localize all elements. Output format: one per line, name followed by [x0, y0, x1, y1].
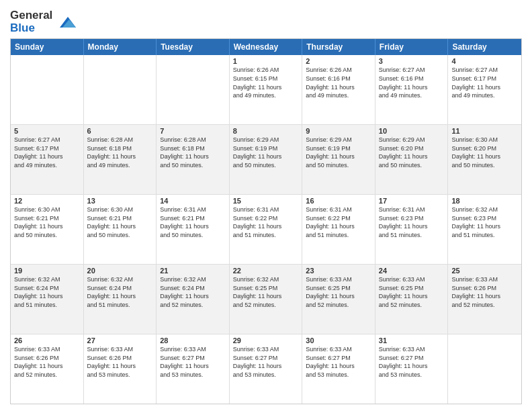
day-info: Sunrise: 6:31 AM Sunset: 6:21 PM Dayligh… [160, 205, 226, 239]
day-info: Sunrise: 6:27 AM Sunset: 6:17 PM Dayligh… [14, 136, 80, 169]
calendar-row-1: 1Sunrise: 6:26 AM Sunset: 6:15 PM Daylig… [11, 55, 521, 125]
calendar-header: SundayMondayTuesdayWednesdayThursdayFrid… [11, 39, 521, 55]
calendar-cell: 11Sunrise: 6:30 AM Sunset: 6:20 PM Dayli… [448, 125, 521, 194]
weekday-header-thursday: Thursday [302, 39, 375, 55]
calendar-cell: 23Sunrise: 6:33 AM Sunset: 6:25 PM Dayli… [302, 265, 375, 334]
day-number: 6 [87, 127, 153, 135]
calendar-cell: 4Sunrise: 6:27 AM Sunset: 6:17 PM Daylig… [448, 55, 521, 124]
day-number: 29 [233, 336, 299, 345]
day-number: 14 [160, 197, 226, 205]
calendar-cell: 18Sunrise: 6:32 AM Sunset: 6:23 PM Dayli… [448, 195, 521, 264]
weekday-header-tuesday: Tuesday [157, 39, 230, 55]
day-info: Sunrise: 6:32 AM Sunset: 6:25 PM Dayligh… [233, 275, 299, 309]
day-info: Sunrise: 6:33 AM Sunset: 6:25 PM Dayligh… [379, 275, 445, 309]
page: General Blue SundayMondayTuesdayWednesda… [0, 0, 532, 411]
day-info: Sunrise: 6:33 AM Sunset: 6:26 PM Dayligh… [451, 275, 518, 309]
day-info: Sunrise: 6:33 AM Sunset: 6:27 PM Dayligh… [379, 345, 445, 379]
calendar-cell: 19Sunrise: 6:32 AM Sunset: 6:24 PM Dayli… [11, 265, 84, 334]
weekday-header-sunday: Sunday [11, 39, 84, 55]
weekday-header-monday: Monday [84, 39, 157, 55]
calendar-cell: 7Sunrise: 6:28 AM Sunset: 6:18 PM Daylig… [157, 125, 230, 194]
day-info: Sunrise: 6:29 AM Sunset: 6:20 PM Dayligh… [379, 136, 445, 169]
day-info: Sunrise: 6:30 AM Sunset: 6:21 PM Dayligh… [87, 205, 153, 239]
logo-blue-text: Blue [10, 22, 52, 35]
day-info: Sunrise: 6:30 AM Sunset: 6:20 PM Dayligh… [451, 136, 518, 169]
day-number: 28 [160, 336, 226, 345]
calendar-cell: 10Sunrise: 6:29 AM Sunset: 6:20 PM Dayli… [375, 125, 449, 194]
day-info: Sunrise: 6:33 AM Sunset: 6:26 PM Dayligh… [14, 345, 80, 379]
day-info: Sunrise: 6:33 AM Sunset: 6:27 PM Dayligh… [160, 345, 226, 379]
calendar-cell [448, 334, 521, 404]
calendar-cell: 5Sunrise: 6:27 AM Sunset: 6:17 PM Daylig… [11, 125, 84, 194]
calendar-row-2: 5Sunrise: 6:27 AM Sunset: 6:17 PM Daylig… [11, 125, 521, 195]
day-number: 17 [379, 197, 445, 205]
day-number: 5 [14, 127, 80, 135]
calendar-cell: 30Sunrise: 6:33 AM Sunset: 6:27 PM Dayli… [302, 334, 375, 404]
day-number: 25 [451, 267, 518, 275]
day-info: Sunrise: 6:28 AM Sunset: 6:18 PM Dayligh… [160, 136, 226, 169]
day-number: 4 [451, 57, 518, 65]
calendar-cell: 2Sunrise: 6:26 AM Sunset: 6:16 PM Daylig… [302, 55, 375, 124]
calendar-cell [157, 55, 230, 124]
day-info: Sunrise: 6:30 AM Sunset: 6:21 PM Dayligh… [14, 205, 80, 239]
calendar-cell: 6Sunrise: 6:28 AM Sunset: 6:18 PM Daylig… [84, 125, 157, 194]
day-number: 26 [14, 336, 80, 345]
day-number: 7 [160, 127, 226, 135]
day-number: 16 [306, 197, 371, 205]
day-info: Sunrise: 6:32 AM Sunset: 6:24 PM Dayligh… [14, 275, 80, 309]
logo: General Blue [10, 9, 76, 34]
day-number: 30 [306, 336, 371, 345]
calendar-cell: 26Sunrise: 6:33 AM Sunset: 6:26 PM Dayli… [11, 334, 84, 404]
day-number: 23 [306, 267, 371, 275]
day-number: 13 [87, 197, 153, 205]
day-info: Sunrise: 6:31 AM Sunset: 6:22 PM Dayligh… [306, 205, 371, 239]
calendar-cell: 9Sunrise: 6:29 AM Sunset: 6:19 PM Daylig… [302, 125, 375, 194]
calendar-cell: 8Sunrise: 6:29 AM Sunset: 6:19 PM Daylig… [230, 125, 303, 194]
day-info: Sunrise: 6:29 AM Sunset: 6:19 PM Dayligh… [306, 136, 371, 169]
day-number: 9 [306, 127, 371, 135]
day-info: Sunrise: 6:32 AM Sunset: 6:24 PM Dayligh… [87, 275, 153, 309]
header: General Blue [10, 7, 522, 34]
calendar-cell: 13Sunrise: 6:30 AM Sunset: 6:21 PM Dayli… [84, 195, 157, 264]
weekday-header-wednesday: Wednesday [230, 39, 303, 55]
calendar-cell: 1Sunrise: 6:26 AM Sunset: 6:15 PM Daylig… [230, 55, 303, 124]
calendar-cell: 20Sunrise: 6:32 AM Sunset: 6:24 PM Dayli… [84, 265, 157, 334]
calendar-cell: 31Sunrise: 6:33 AM Sunset: 6:27 PM Dayli… [375, 334, 449, 404]
calendar-cell: 29Sunrise: 6:33 AM Sunset: 6:27 PM Dayli… [230, 334, 303, 404]
calendar-cell: 21Sunrise: 6:32 AM Sunset: 6:24 PM Dayli… [157, 265, 230, 334]
day-number: 20 [87, 267, 153, 275]
day-info: Sunrise: 6:33 AM Sunset: 6:27 PM Dayligh… [233, 345, 299, 379]
day-info: Sunrise: 6:27 AM Sunset: 6:16 PM Dayligh… [379, 66, 445, 99]
day-info: Sunrise: 6:32 AM Sunset: 6:23 PM Dayligh… [451, 205, 518, 239]
calendar-row-3: 12Sunrise: 6:30 AM Sunset: 6:21 PM Dayli… [11, 195, 521, 265]
calendar-cell [84, 55, 157, 124]
day-number: 21 [160, 267, 226, 275]
calendar-cell: 24Sunrise: 6:33 AM Sunset: 6:25 PM Dayli… [375, 265, 449, 334]
day-number: 19 [14, 267, 80, 275]
day-number: 12 [14, 197, 80, 205]
day-number: 1 [233, 57, 299, 65]
calendar-body: 1Sunrise: 6:26 AM Sunset: 6:15 PM Daylig… [11, 55, 521, 404]
calendar-cell: 27Sunrise: 6:33 AM Sunset: 6:26 PM Dayli… [84, 334, 157, 404]
day-number: 2 [306, 57, 371, 65]
logo-icon [54, 11, 76, 33]
day-info: Sunrise: 6:31 AM Sunset: 6:23 PM Dayligh… [379, 205, 445, 239]
day-number: 10 [379, 127, 445, 135]
day-number: 31 [379, 336, 445, 345]
calendar-cell: 16Sunrise: 6:31 AM Sunset: 6:22 PM Dayli… [302, 195, 375, 264]
calendar-cell: 25Sunrise: 6:33 AM Sunset: 6:26 PM Dayli… [448, 265, 521, 334]
day-number: 18 [451, 197, 518, 205]
day-info: Sunrise: 6:33 AM Sunset: 6:26 PM Dayligh… [87, 345, 153, 379]
day-info: Sunrise: 6:33 AM Sunset: 6:27 PM Dayligh… [306, 345, 371, 379]
day-number: 27 [87, 336, 153, 345]
logo-general-text: General [10, 9, 52, 22]
day-info: Sunrise: 6:31 AM Sunset: 6:22 PM Dayligh… [233, 205, 299, 239]
day-info: Sunrise: 6:33 AM Sunset: 6:25 PM Dayligh… [306, 275, 371, 309]
calendar-cell: 17Sunrise: 6:31 AM Sunset: 6:23 PM Dayli… [375, 195, 449, 264]
day-number: 15 [233, 197, 299, 205]
calendar-row-4: 19Sunrise: 6:32 AM Sunset: 6:24 PM Dayli… [11, 265, 521, 334]
weekday-header-friday: Friday [375, 39, 449, 55]
calendar-cell: 14Sunrise: 6:31 AM Sunset: 6:21 PM Dayli… [157, 195, 230, 264]
weekday-header-saturday: Saturday [448, 39, 521, 55]
calendar-row-5: 26Sunrise: 6:33 AM Sunset: 6:26 PM Dayli… [11, 334, 521, 404]
